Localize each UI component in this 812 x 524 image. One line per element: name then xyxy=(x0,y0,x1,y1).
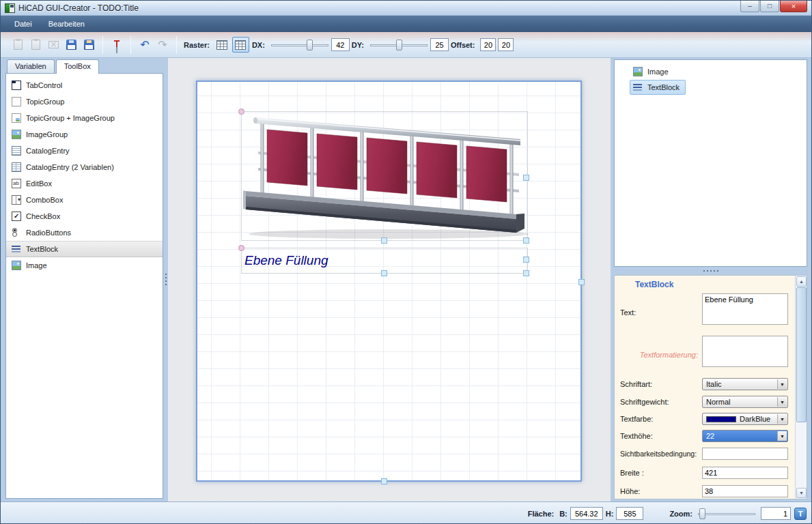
font-style-label: Schriftart: xyxy=(620,380,652,388)
railing-image xyxy=(242,112,529,242)
toolbox-item-editbox[interactable]: EditBox xyxy=(6,175,163,192)
textblock-tool-icon[interactable]: T xyxy=(794,508,807,520)
maximize-button[interactable]: □ xyxy=(760,1,779,12)
right-column: Image TextBlock TextBlock Text: Ebene Fü… xyxy=(614,58,807,501)
properties-scrollbar[interactable]: ▲ ▼ xyxy=(795,276,807,499)
element-item-image[interactable]: Image xyxy=(630,64,675,79)
zoom-input[interactable] xyxy=(761,507,791,520)
dx-slider[interactable] xyxy=(271,39,328,51)
selection-handle[interactable] xyxy=(523,175,529,181)
tab-variablen[interactable]: Variablen xyxy=(7,59,55,73)
editbox-icon xyxy=(12,179,21,188)
element-item-textblock[interactable]: TextBlock xyxy=(630,80,686,95)
zoom-label: Zoom: xyxy=(669,510,692,518)
text-color-select[interactable]: DarkBlue ▼ xyxy=(702,413,788,425)
scrollbar-thumb[interactable] xyxy=(796,287,807,422)
toolbox-item-radiobuttons[interactable]: RadioButtons xyxy=(6,224,163,241)
selection-handle[interactable] xyxy=(381,270,387,276)
selection-handle[interactable] xyxy=(578,279,585,285)
grid-icon xyxy=(216,40,227,50)
redo-icon: ↷ xyxy=(158,40,167,50)
font-style-select[interactable]: Italic ▼ xyxy=(702,378,788,390)
toolbox-item-label: TextBlock xyxy=(26,245,58,253)
zoom-slider-thumb[interactable] xyxy=(699,508,705,519)
title-bar[interactable]: HiCAD GUI-Creator - TODO:Title – □ × xyxy=(1,1,811,16)
tab-toolbox[interactable]: ToolBox xyxy=(56,59,99,74)
toolbox-item-image[interactable]: Image xyxy=(6,257,163,274)
offset-y-input[interactable] xyxy=(498,38,514,51)
area-h-input[interactable] xyxy=(616,507,643,520)
design-canvas[interactable]: Ebene Füllung xyxy=(196,81,582,482)
format-label: Textformatierung: xyxy=(620,351,698,359)
dx-input[interactable] xyxy=(331,38,350,51)
chevron-down-icon[interactable]: ▼ xyxy=(777,379,787,389)
toolbox-item-tabcontrol[interactable]: TabControl xyxy=(6,77,163,93)
dx-slider-track[interactable] xyxy=(271,44,328,46)
pin-button[interactable] xyxy=(109,37,125,53)
selection-handle[interactable] xyxy=(238,108,244,115)
combobox-icon xyxy=(12,195,21,205)
zoom-slider-track[interactable] xyxy=(698,513,755,515)
minimize-button[interactable]: – xyxy=(740,1,759,12)
app-icon xyxy=(5,3,15,13)
toolbox-item-checkbox[interactable]: CheckBox xyxy=(6,208,163,224)
scroll-up-icon[interactable]: ▲ xyxy=(796,276,807,287)
toolbox-item-topicgroup-imagegroup[interactable]: TopicGroup + ImageGroup xyxy=(6,110,163,126)
toolbox-item-label: ImageGroup xyxy=(26,130,68,139)
toolbox-item-catalogentry[interactable]: CatalogEntry xyxy=(6,143,163,159)
left-tabs: Variablen ToolBox xyxy=(7,59,100,74)
dy-slider-thumb[interactable] xyxy=(396,40,402,50)
left-splitter[interactable] xyxy=(163,59,168,499)
scroll-down-icon[interactable]: ▼ xyxy=(796,488,807,498)
toolbox-item-combobox[interactable]: ComboBox xyxy=(6,192,163,208)
chevron-down-icon[interactable]: ▼ xyxy=(777,431,787,441)
offset-x-input[interactable] xyxy=(480,38,496,51)
image-icon xyxy=(633,67,643,76)
visibility-input[interactable] xyxy=(702,448,788,460)
text-height-select[interactable]: 22 ▼ xyxy=(702,430,788,442)
image-widget[interactable] xyxy=(241,111,528,241)
chevron-down-icon[interactable]: ▼ xyxy=(777,414,787,424)
toolbar: ↶ ↷ Raster: DX: DY: Offset: xyxy=(1,32,811,58)
toolbox-item-textblock[interactable]: TextBlock xyxy=(6,241,163,257)
grid-button[interactable] xyxy=(214,37,231,53)
save-as-button[interactable] xyxy=(81,37,97,53)
grid-snap-button[interactable] xyxy=(232,37,249,53)
toolbox-item-imagegroup[interactable]: ImageGroup xyxy=(6,126,163,143)
zoom-slider[interactable] xyxy=(698,508,755,520)
selection-handle[interactable] xyxy=(523,237,529,244)
width-input[interactable] xyxy=(702,467,788,479)
dy-slider[interactable] xyxy=(370,39,428,51)
toolbox-item-label: TabControl xyxy=(26,81,62,89)
selection-handle[interactable] xyxy=(523,257,529,263)
selection-handle[interactable] xyxy=(381,237,387,244)
properties-panel: TextBlock Text: Ebene Füllung Textformat… xyxy=(614,275,807,499)
dx-slider-thumb[interactable] xyxy=(307,40,313,50)
font-weight-select[interactable]: Normal ▼ xyxy=(702,396,788,408)
right-splitter[interactable] xyxy=(614,267,807,275)
width-label: Breite : xyxy=(620,469,644,477)
font-style-value: Italic xyxy=(706,380,722,388)
height-input[interactable] xyxy=(702,485,788,497)
grid-snap-icon xyxy=(235,40,246,50)
undo-button[interactable]: ↶ xyxy=(137,37,153,53)
selection-handle[interactable] xyxy=(238,245,244,251)
selection-handle[interactable] xyxy=(523,270,529,276)
menu-datei[interactable]: Datei xyxy=(6,17,40,31)
toolbox-item-label: CatalogEntry xyxy=(26,147,70,155)
format-input[interactable] xyxy=(702,336,788,367)
selection-handle[interactable] xyxy=(381,478,387,484)
paste-button xyxy=(10,37,26,53)
menu-bearbeiten[interactable]: Bearbeiten xyxy=(40,17,93,31)
text-input[interactable]: Ebene Füllung xyxy=(702,293,788,325)
visibility-label: Sichtbarkeitsbedingung: xyxy=(620,450,697,458)
toolbox-item-topicgroup[interactable]: TopicGroup xyxy=(6,93,163,110)
close-button[interactable]: × xyxy=(780,1,807,12)
toolbox-item-catalogentry2[interactable]: CatalogEntry (2 Variablen) xyxy=(6,159,163,175)
dy-input[interactable] xyxy=(430,38,449,51)
toolbox-item-label: Image xyxy=(26,261,47,270)
chevron-down-icon[interactable]: ▼ xyxy=(777,397,787,407)
save-button[interactable] xyxy=(63,37,79,53)
window-title: HiCAD GUI-Creator - TODO:Title xyxy=(18,3,139,13)
area-b-input[interactable] xyxy=(570,507,603,520)
